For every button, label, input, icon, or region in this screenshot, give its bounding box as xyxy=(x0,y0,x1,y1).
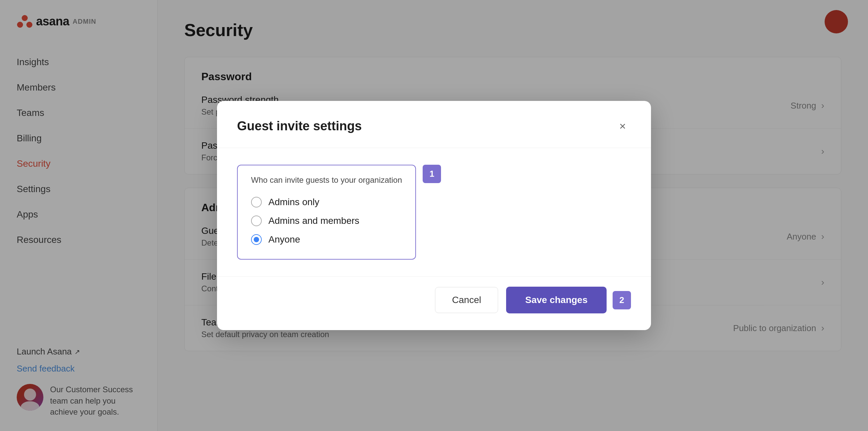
radio-anyone-label: Anyone xyxy=(269,234,300,245)
radio-anyone[interactable]: Anyone xyxy=(251,230,402,249)
modal-close-button[interactable]: × xyxy=(614,118,631,134)
radio-admins-and-members[interactable]: Admins and members xyxy=(251,211,402,230)
modal-footer: Cancel Save changes 2 xyxy=(217,276,651,330)
radio-admins-members-input[interactable] xyxy=(251,216,262,226)
radio-admins-members-label: Admins and members xyxy=(269,216,359,226)
modal-header: Guest invite settings × xyxy=(217,101,651,148)
invite-options-box: Who can invite guests to your organizati… xyxy=(237,165,416,260)
options-label: Who can invite guests to your organizati… xyxy=(251,175,402,185)
radio-admins-only-input[interactable] xyxy=(251,197,262,207)
modal-overlay[interactable]: Guest invite settings × Who can invite g… xyxy=(0,0,868,431)
footer-badge-row: Save changes 2 xyxy=(506,287,631,313)
radio-admins-only-label: Admins only xyxy=(269,197,319,207)
guest-invite-modal: Guest invite settings × Who can invite g… xyxy=(217,101,651,330)
modal-body: Who can invite guests to your organizati… xyxy=(217,148,651,276)
options-row: Who can invite guests to your organizati… xyxy=(237,165,631,260)
save-changes-button[interactable]: Save changes xyxy=(506,287,607,313)
radio-anyone-input[interactable] xyxy=(251,234,262,245)
step-badge-1: 1 xyxy=(423,165,441,183)
cancel-button[interactable]: Cancel xyxy=(435,287,498,313)
radio-admins-only[interactable]: Admins only xyxy=(251,193,402,211)
step-badge-2: 2 xyxy=(613,291,631,309)
modal-title: Guest invite settings xyxy=(237,119,362,133)
